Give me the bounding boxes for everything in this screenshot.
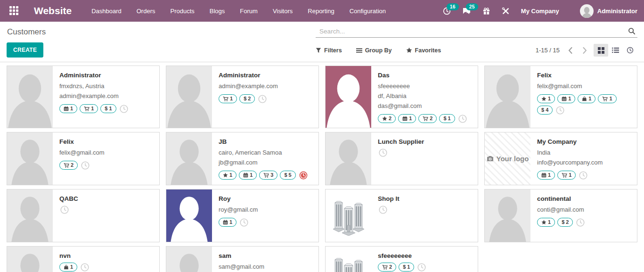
nav-item-forum[interactable]: Forum (232, 0, 265, 22)
cart-badge[interactable]: 3 (259, 171, 277, 180)
activity-clock-icon[interactable] (417, 263, 426, 272)
dollar-badge[interactable]: $5 (280, 171, 295, 180)
activity-clock-icon[interactable] (81, 263, 89, 272)
cart-badge[interactable]: 2 (378, 263, 396, 272)
dollar-badge[interactable]: $1 (399, 263, 414, 272)
customer-name[interactable]: QABC (59, 195, 155, 202)
activity-view-button[interactable] (623, 44, 637, 57)
customer-card[interactable]: sam sam@gmail.com (166, 246, 319, 272)
cart-badge[interactable]: 1 (598, 94, 616, 103)
favorites-button[interactable]: Favorites (406, 47, 441, 54)
group-by-button[interactable]: Group By (356, 47, 392, 54)
activity-clock-icon[interactable] (258, 95, 267, 103)
calendar-badge[interactable]: 1 (557, 94, 575, 103)
cart-badge[interactable]: 1 (219, 94, 237, 103)
nav-item-configuration[interactable]: Configuration (342, 0, 393, 22)
create-button[interactable]: CREATE (7, 42, 43, 58)
activity-clock-icon[interactable] (379, 206, 387, 214)
cart-badge[interactable]: 1 (80, 104, 98, 113)
customer-card[interactable]: Shop It (325, 189, 478, 242)
nav-item-blogs[interactable]: Blogs (202, 0, 233, 22)
nav-item-orders[interactable]: Orders (129, 0, 163, 22)
customer-name[interactable]: JB (219, 138, 314, 145)
activity-clock-icon[interactable] (81, 161, 90, 170)
cart-badge[interactable]: 1 (557, 171, 576, 180)
star-badge[interactable]: 1 (537, 94, 555, 103)
customer-name[interactable]: Felix (59, 138, 155, 145)
navbar-systray: 16 25 My Company Administrator (438, 4, 637, 18)
customer-card[interactable]: continental conti@gmail.com 1$2 (484, 189, 637, 242)
star-badge[interactable]: 1 (219, 171, 236, 180)
star-badge[interactable]: 2 (378, 114, 396, 123)
bag-badge[interactable]: 1 (578, 94, 595, 103)
search-icon[interactable] (628, 27, 636, 35)
activity-clock-icon[interactable] (299, 171, 308, 180)
dollar-badge[interactable]: $2 (239, 94, 255, 103)
nav-item-dashboard[interactable]: Dashboard (84, 0, 129, 22)
dollar-badge[interactable]: $1 (100, 104, 116, 113)
apps-menu-icon[interactable] (9, 6, 19, 16)
list-view-button[interactable] (608, 44, 623, 57)
cart-badge[interactable]: 2 (59, 161, 78, 170)
activity-clock-icon[interactable] (379, 148, 387, 157)
customer-card[interactable]: QABC (7, 189, 160, 242)
customer-card[interactable]: nvn 1 (7, 246, 160, 272)
activity-clock-icon[interactable] (60, 206, 69, 214)
customer-name[interactable]: Shop It (378, 195, 473, 202)
customer-name[interactable]: sfeeeeeeee (378, 252, 473, 259)
star-badge[interactable]: 1 (537, 218, 555, 227)
user-menu[interactable]: Administrator (568, 4, 637, 18)
badge-count: 5 (289, 172, 292, 178)
tools-icon[interactable] (497, 4, 514, 18)
gift-icon[interactable] (478, 4, 495, 18)
bag-badge[interactable]: 1 (59, 263, 77, 272)
kanban-view-button[interactable] (594, 44, 608, 57)
customer-card[interactable]: Felix felix@gmail.com 1111$4 (484, 66, 637, 128)
customer-card[interactable]: Roy roy@gmail.cm 1 (166, 189, 319, 242)
customer-name[interactable]: Administrator (59, 72, 155, 79)
calendar-badge[interactable]: 1 (537, 171, 555, 180)
activity-clock-icon[interactable] (556, 106, 564, 115)
cart-badge[interactable]: 2 (418, 114, 437, 123)
customer-name[interactable]: Administrator (219, 72, 314, 79)
customer-name[interactable]: Felix (537, 72, 632, 79)
calendar-badge[interactable]: 1 (59, 104, 77, 113)
activity-clock-icon[interactable] (458, 115, 467, 123)
customer-card[interactable]: sfeeeeeeee 2$1 (325, 246, 478, 272)
search-input[interactable] (319, 28, 628, 35)
activity-clock-icon[interactable] (120, 105, 128, 113)
brand-title[interactable]: Website (34, 5, 72, 16)
customer-name[interactable]: sam (219, 252, 314, 259)
customer-card[interactable]: JB cairo, American Samoajb@gmail.com 113… (166, 132, 319, 185)
customer-card[interactable]: Das sfeeeeeeeedf, Albaniadas@gmail.com 2… (325, 66, 478, 128)
customer-name[interactable]: Roy (219, 195, 314, 202)
activity-clock-icon[interactable] (579, 171, 587, 180)
dollar-badge[interactable]: $4 (537, 106, 553, 115)
company-switcher[interactable]: My Company (516, 8, 566, 15)
customer-card[interactable]: Administrator admin@example.com 1$2 (166, 66, 319, 128)
activity-clock-icon[interactable]: 16 (438, 4, 456, 18)
customer-name[interactable]: continental (537, 195, 632, 202)
customer-name[interactable]: nvn (59, 252, 155, 259)
nav-item-visitors[interactable]: Visitors (265, 0, 300, 22)
activity-clock-icon[interactable] (576, 218, 585, 227)
activity-clock-icon[interactable] (240, 218, 248, 227)
customer-card[interactable]: Your logo My Company Indiainfo@yourcompa… (484, 132, 637, 185)
calendar-badge[interactable]: 1 (398, 114, 416, 123)
dollar-badge[interactable]: $1 (439, 114, 455, 123)
calendar-badge[interactable]: 1 (219, 218, 236, 227)
customer-card[interactable]: Felix felix@gmail.com 2 (7, 132, 160, 185)
nav-item-products[interactable]: Products (163, 0, 202, 22)
customer-card[interactable]: Administrator fmxdnzs, Austriaadmin@exam… (7, 66, 160, 128)
customer-name[interactable]: Lunch Supplier (378, 138, 473, 145)
customer-card[interactable]: Lunch Supplier (325, 132, 478, 185)
nav-item-reporting[interactable]: Reporting (300, 0, 342, 22)
customer-name[interactable]: Das (378, 72, 473, 79)
customer-name[interactable]: My Company (537, 138, 632, 145)
calendar-badge[interactable]: 1 (239, 171, 257, 180)
pager-previous-icon[interactable] (568, 47, 572, 54)
messages-icon[interactable]: 25 (457, 4, 476, 18)
filters-button[interactable]: Filters (316, 47, 342, 54)
dollar-badge[interactable]: $2 (557, 218, 573, 227)
pager-next-icon[interactable] (583, 47, 587, 54)
